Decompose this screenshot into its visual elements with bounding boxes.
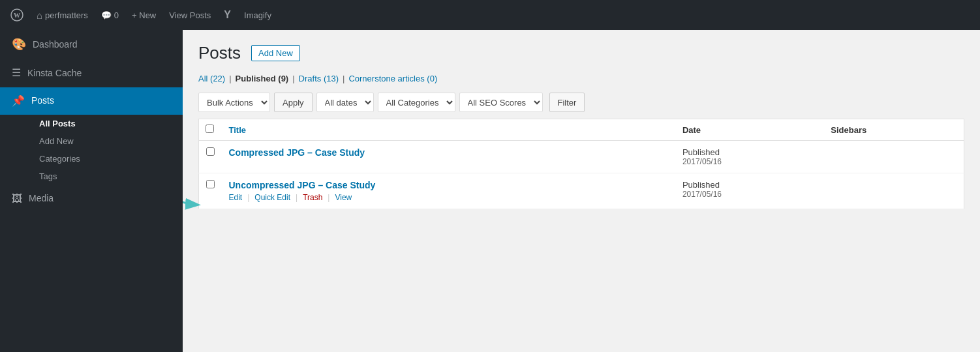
media-icon: 🖼 xyxy=(12,192,22,206)
kinsta-icon: ☰ xyxy=(12,66,21,80)
add-new-button[interactable]: Add New xyxy=(251,45,300,61)
row2-date-cell: Published 2017/05/16 xyxy=(676,173,824,209)
table-header-row: Title Date Sidebars xyxy=(199,119,964,141)
row2-sep2: | xyxy=(296,193,298,202)
media-label: Media xyxy=(29,192,54,205)
row2-sep3: | xyxy=(328,193,329,202)
sidebar: 🎨 Dashboard ☰ Kinsta Cache 📌 Posts All P… xyxy=(0,30,183,352)
row2-status: Published xyxy=(682,180,818,190)
site-name-button[interactable]: ⌂ perfmatters xyxy=(31,0,93,30)
tab-all[interactable]: All (22) xyxy=(198,74,225,83)
dates-select[interactable]: All dates xyxy=(316,93,374,112)
svg-text:W: W xyxy=(14,12,20,19)
wp-logo-button[interactable]: W xyxy=(5,0,29,30)
sidebar-item-dashboard[interactable]: 🎨 Dashboard xyxy=(0,30,183,59)
row2-sidebars-cell xyxy=(824,173,964,209)
main-layout: 🎨 Dashboard ☰ Kinsta Cache 📌 Posts All P… xyxy=(0,30,980,352)
row1-date: 2017/05/16 xyxy=(682,157,818,166)
dashboard-icon: 🎨 xyxy=(12,37,26,53)
tab-published[interactable]: Published (9) xyxy=(236,74,289,83)
sidebar-sub-add-new[interactable]: Add New xyxy=(33,132,183,150)
bulk-actions-select[interactable]: Bulk Actions xyxy=(198,93,270,112)
row2-edit-link[interactable]: Edit xyxy=(229,193,243,202)
tags-label: Tags xyxy=(39,171,57,181)
row2-sep1: | xyxy=(247,193,249,202)
imagify-button[interactable]: Imagify xyxy=(239,0,277,30)
comment-count: 0 xyxy=(114,10,119,20)
tab-drafts[interactable]: Drafts (13) xyxy=(299,74,339,83)
add-new-sub-label: Add New xyxy=(39,136,74,146)
th-title[interactable]: Title xyxy=(222,119,676,141)
sidebar-item-media[interactable]: 🖼 Media xyxy=(0,185,183,213)
table-row: Compressed JPG – Case Study Published 20… xyxy=(199,141,964,173)
apply-button[interactable]: Apply xyxy=(274,93,313,112)
yoast-icon: Y xyxy=(224,9,231,21)
new-button[interactable]: + New xyxy=(127,0,161,30)
row2-date: 2017/05/16 xyxy=(682,190,818,199)
th-date: Date xyxy=(676,119,824,141)
sep-2: | xyxy=(292,74,294,83)
row2-quick-edit-link[interactable]: Quick Edit xyxy=(254,193,290,202)
posts-icon: 📌 xyxy=(12,94,25,108)
row2-actions: Edit | Quick Edit | Trash | View xyxy=(229,193,669,202)
filter-button[interactable]: Filter xyxy=(549,93,585,112)
sidebar-sub-tags[interactable]: Tags xyxy=(33,168,183,185)
wp-logo-icon: W xyxy=(10,8,23,22)
categories-label: Categories xyxy=(39,154,80,164)
th-sidebars: Sidebars xyxy=(824,119,964,141)
page-title: Posts xyxy=(198,43,241,63)
row2-checkbox[interactable] xyxy=(206,180,215,188)
posts-label: Posts xyxy=(31,95,54,108)
view-posts-button[interactable]: View Posts xyxy=(164,0,216,30)
all-posts-label: All Posts xyxy=(39,119,76,128)
comments-button[interactable]: 💬 0 xyxy=(96,0,124,30)
table-row: Uncompressed JPG – Case Study Edit | Qui… xyxy=(199,173,964,209)
select-all-checkbox[interactable] xyxy=(206,125,214,133)
seo-scores-select[interactable]: All SEO Scores xyxy=(459,93,543,112)
sep-1: | xyxy=(229,74,231,83)
row2-trash-link[interactable]: Trash xyxy=(303,193,322,202)
row1-title-cell: Compressed JPG – Case Study xyxy=(222,141,676,173)
sidebar-posts-submenu: All Posts Add New Categories Tags xyxy=(0,115,183,185)
row1-status: Published xyxy=(682,147,818,157)
posts-table: Title Date Sidebars Co xyxy=(198,119,964,209)
imagify-label: Imagify xyxy=(244,10,271,20)
row2-view-link[interactable]: View xyxy=(335,193,352,202)
kinsta-label: Kinsta Cache xyxy=(27,67,82,80)
row2-title-cell: Uncompressed JPG – Case Study Edit | Qui… xyxy=(222,173,676,209)
row1-checkbox-cell xyxy=(199,141,222,173)
new-label: + New xyxy=(132,10,156,20)
sidebar-item-kinsta[interactable]: ☰ Kinsta Cache xyxy=(0,59,183,87)
filter-tabs: All (22) | Published (9) | Drafts (13) |… xyxy=(198,74,964,83)
row1-date-cell: Published 2017/05/16 xyxy=(676,141,824,173)
home-icon: ⌂ xyxy=(37,10,42,21)
row1-title-link[interactable]: Compressed JPG – Case Study xyxy=(229,147,365,158)
th-checkbox xyxy=(199,119,222,141)
row2-checkbox-cell xyxy=(199,173,222,209)
toolbar: Bulk Actions Apply All dates All Categor… xyxy=(198,93,964,112)
sep-3: | xyxy=(343,74,345,83)
row2-title-link[interactable]: Uncompressed JPG – Case Study xyxy=(229,180,376,190)
sidebar-sub-all-posts[interactable]: All Posts xyxy=(33,115,183,132)
row1-sidebars-cell xyxy=(824,141,964,173)
categories-select[interactable]: All Categories xyxy=(378,93,455,112)
sidebar-item-posts[interactable]: 📌 Posts xyxy=(0,87,183,115)
sidebar-sub-categories[interactable]: Categories xyxy=(33,150,183,168)
tab-cornerstone[interactable]: Cornerstone articles (0) xyxy=(348,74,437,83)
site-name-label: perfmatters xyxy=(45,10,88,20)
admin-bar: W ⌂ perfmatters 💬 0 + New View Posts Y I… xyxy=(0,0,980,30)
teal-arrow-indicator xyxy=(183,180,207,213)
view-posts-label: View Posts xyxy=(169,10,211,20)
row1-checkbox[interactable] xyxy=(206,147,215,156)
dashboard-label: Dashboard xyxy=(33,38,78,51)
comment-icon: 💬 xyxy=(101,10,112,20)
yoast-icon-button[interactable]: Y xyxy=(219,0,236,30)
page-header: Posts Add New xyxy=(198,43,964,63)
main-content: Posts Add New All (22) | Published (9) |… xyxy=(183,30,980,352)
